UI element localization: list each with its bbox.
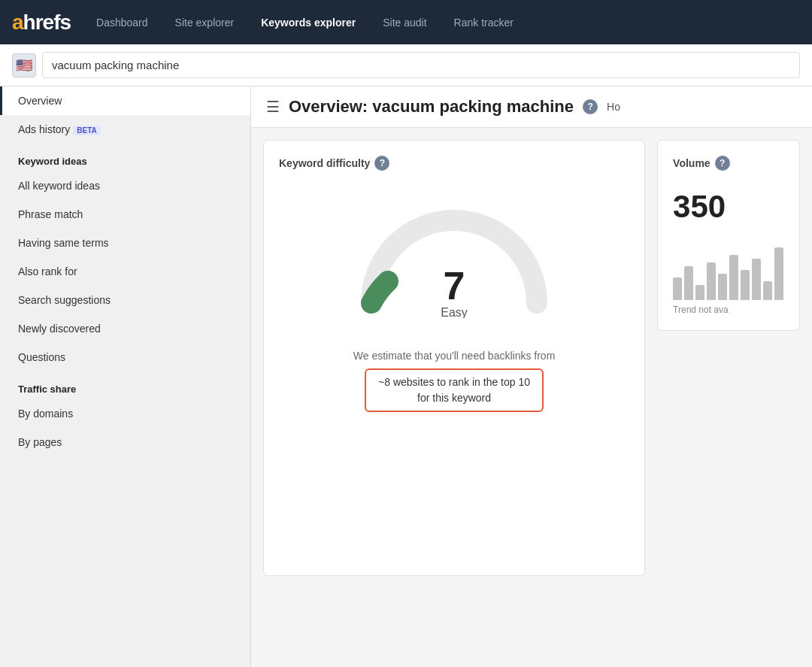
logo-hrefs: hrefs <box>23 11 71 35</box>
sidebar-item-also-rank-for[interactable]: Also rank for <box>0 257 250 286</box>
keyword-difficulty-card: Keyword difficulty ? <box>263 140 645 576</box>
trend-bar <box>684 266 693 300</box>
help-icon[interactable]: ? <box>583 99 598 114</box>
nav-item-rank-tracker[interactable]: Rank tracker <box>444 11 524 35</box>
sidebar-item-by-domains[interactable]: By domains <box>0 399 250 428</box>
gauge-container: 7 Easy <box>279 183 629 333</box>
nav-item-keywords-explorer[interactable]: Keywords explorer <box>250 11 366 35</box>
trend-not-available: Trend not ava <box>673 305 784 315</box>
logo-a: a <box>12 11 23 35</box>
sidebar-item-phrase-match[interactable]: Phrase match <box>0 200 250 229</box>
sidebar-item-questions[interactable]: Questions <box>0 343 250 371</box>
trend-bar <box>741 270 750 300</box>
top-nav: ahrefs Dashboard Site explorer Keywords … <box>0 0 812 44</box>
svg-text:Easy: Easy <box>441 306 468 318</box>
trend-bar <box>729 255 738 300</box>
trend-bar <box>673 277 682 300</box>
sidebar-item-ads-history[interactable]: Ads historyBETA <box>0 115 250 144</box>
country-flag[interactable]: 🇺🇸 <box>12 53 36 77</box>
trend-bar <box>718 274 727 300</box>
trend-bars <box>673 240 784 300</box>
sidebar-item-search-suggestions[interactable]: Search suggestions <box>0 286 250 314</box>
trend-bar <box>774 247 783 300</box>
search-bar: 🇺🇸 <box>0 44 812 86</box>
ads-history-badge: BETA <box>73 126 100 135</box>
content-area: ☰ Overview: vacuum packing machine ? Ho … <box>251 86 812 667</box>
sidebar-item-by-pages[interactable]: By pages <box>0 428 250 456</box>
nav-item-site-explorer[interactable]: Site explorer <box>165 11 245 35</box>
volume-number: 350 <box>673 189 784 225</box>
volume-card-label: Volume ? <box>673 156 784 171</box>
nav-item-site-audit[interactable]: Site audit <box>372 11 437 35</box>
logo[interactable]: ahrefs <box>12 11 71 35</box>
gauge-svg: 7 Easy <box>349 190 559 318</box>
sidebar-section-keyword-ideas: Keyword ideas <box>0 144 250 171</box>
sidebar: Overview Ads historyBETA Keyword ideas A… <box>0 86 251 667</box>
main-layout: Overview Ads historyBETA Keyword ideas A… <box>0 86 812 667</box>
kd-card-label: Keyword difficulty ? <box>279 156 389 171</box>
sidebar-item-having-same-terms[interactable]: Having same terms <box>0 229 250 257</box>
trend-bar <box>752 259 761 300</box>
sidebar-item-overview[interactable]: Overview <box>0 86 250 115</box>
overview-header: ☰ Overview: vacuum packing machine ? Ho <box>251 86 812 128</box>
menu-icon[interactable]: ☰ <box>266 98 280 116</box>
trend-bar <box>707 262 716 300</box>
trend-area: Trend not ava <box>673 225 784 315</box>
volume-card: Volume ? 350 <box>657 140 800 331</box>
svg-text:7: 7 <box>444 264 465 308</box>
volume-help-icon[interactable]: ? <box>715 156 730 171</box>
how-text: Ho <box>607 101 620 113</box>
trend-bar <box>695 285 704 300</box>
search-input[interactable] <box>42 52 800 78</box>
sidebar-item-newly-discovered[interactable]: Newly discovered <box>0 314 250 343</box>
sidebar-section-traffic-share: Traffic share <box>0 371 250 399</box>
nav-item-dashboard[interactable]: Dashboard <box>86 11 159 35</box>
kd-help-icon[interactable]: ? <box>374 156 389 171</box>
page-title: Overview: vacuum packing machine <box>289 97 574 117</box>
estimate-text: We estimate that you'll need backlinks f… <box>279 348 629 412</box>
sidebar-item-all-keyword-ideas[interactable]: All keyword ideas <box>0 171 250 200</box>
estimate-highlight: ~8 websites to rank in the top 10for thi… <box>365 368 544 412</box>
trend-bar <box>763 281 772 300</box>
cards-row: Keyword difficulty ? <box>251 128 812 588</box>
